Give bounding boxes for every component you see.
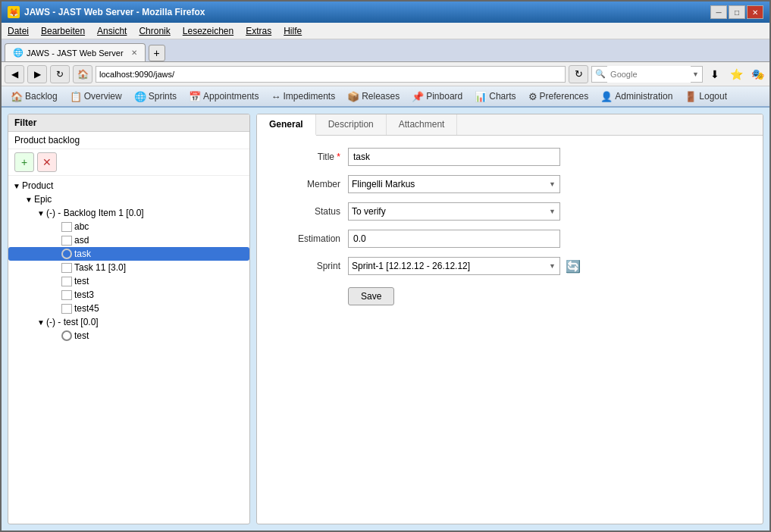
sprint-refresh-button[interactable]: 🔄: [565, 258, 581, 274]
nav-administration-label: Administration: [615, 91, 672, 102]
addons-button[interactable]: 🎭: [748, 65, 766, 83]
tree-node-test3[interactable]: test3: [8, 288, 249, 302]
nav-pinboard[interactable]: 📌 Pinboard: [406, 89, 469, 105]
member-select[interactable]: Flingelli Markus: [348, 175, 560, 193]
testchild-label: test: [74, 330, 89, 341]
tree-node-asd[interactable]: asd: [8, 233, 249, 247]
tab-general[interactable]: General: [257, 114, 316, 136]
administration-icon: 👤: [600, 91, 613, 102]
status-select[interactable]: To verify: [348, 202, 560, 221]
search-input[interactable]: [607, 66, 691, 83]
nav-preferences[interactable]: ⚙ Preferences: [522, 89, 595, 105]
menu-hilfe[interactable]: Hilfe: [281, 25, 305, 37]
sprints-icon: 🌐: [134, 91, 146, 102]
backlog2-toggle-icon[interactable]: ▼: [36, 318, 46, 327]
sprint-controls: Sprint-1 [12.12.12 - 26.12.12] 🔄: [348, 257, 581, 275]
new-tab-button[interactable]: +: [149, 45, 165, 61]
menu-ansicht[interactable]: Ansicht: [94, 25, 130, 37]
back-button[interactable]: ◀: [5, 65, 24, 83]
testchild-search-icon: [61, 330, 72, 341]
minimize-button[interactable]: ─: [710, 5, 727, 19]
nav-administration[interactable]: 👤 Administration: [594, 89, 679, 105]
tree-node-backlog1[interactable]: ▼ (-) - Backlog Item 1 [0.0]: [8, 206, 249, 220]
form-row-member: Member Flingelli Markus: [272, 175, 747, 193]
backlog1-label: (-) - Backlog Item 1 [0.0]: [46, 208, 144, 218]
reload-button[interactable]: ↻: [50, 65, 70, 83]
sprint-select[interactable]: Sprint-1 [12.12.12 - 26.12.12]: [348, 257, 560, 275]
nav-appointments[interactable]: 📅 Appointments: [183, 89, 265, 105]
task-label: task: [74, 249, 91, 259]
logout-icon: 🚪: [685, 91, 697, 102]
tab-title: JAWS - JAST Web Server: [27, 49, 124, 58]
left-panel: Filter Product backlog + ✕ ▼ Product ▼ E…: [8, 114, 250, 524]
tree-node-epic[interactable]: ▼ Epic: [8, 192, 249, 206]
preferences-icon: ⚙: [528, 91, 538, 102]
search-dropdown-icon[interactable]: ▼: [692, 70, 699, 78]
tree-node-task11[interactable]: Task 11 [3.0]: [8, 261, 249, 274]
nav-appointments-label: Appointments: [203, 91, 259, 102]
tree-node-backlog2[interactable]: ▼ (-) - test [0.0]: [8, 315, 249, 329]
window-controls: ─ □ ✕: [710, 5, 763, 19]
window-title: JAWS - JAST Web Server - Mozilla Firefox: [24, 7, 205, 17]
refresh-address-button[interactable]: ↻: [569, 65, 588, 83]
test45-item-icon: [61, 304, 72, 314]
nav-charts[interactable]: 📊 Charts: [469, 89, 522, 105]
overview-icon: 📋: [70, 91, 82, 102]
backlog-label: Product backlog: [14, 135, 80, 146]
sprint-label: Sprint: [272, 261, 348, 271]
tab-description[interactable]: Description: [316, 114, 387, 135]
nav-impediments[interactable]: ↔ Impediments: [265, 89, 341, 105]
nav-pinboard-label: Pinboard: [426, 91, 462, 102]
tab-favicon: 🌐: [13, 48, 24, 58]
tree-node-test45[interactable]: test45: [8, 302, 249, 315]
backlog2-label: (-) - test [0.0]: [46, 317, 99, 327]
home-button[interactable]: 🏠: [73, 65, 92, 83]
title-input[interactable]: [348, 148, 560, 166]
browser-tab-bar: 🌐 JAWS - JAST Web Server ✕ +: [2, 39, 769, 62]
tree-node-abc[interactable]: abc: [8, 220, 249, 233]
close-button[interactable]: ✕: [747, 5, 763, 19]
forward-button[interactable]: ▶: [27, 65, 47, 83]
tab-attachment[interactable]: Attachment: [387, 114, 458, 135]
asd-item-icon: [61, 236, 72, 246]
filter-header: Filter: [8, 114, 249, 132]
right-panel: General Description Attachment Title *: [256, 114, 763, 524]
save-button[interactable]: Save: [348, 287, 394, 305]
nav-logout[interactable]: 🚪 Logout: [679, 89, 733, 105]
menu-bearbeiten[interactable]: Bearbeiten: [38, 25, 88, 37]
tree-node-product[interactable]: ▼ Product: [8, 179, 249, 192]
epic-toggle-icon[interactable]: ▼: [24, 196, 34, 204]
form-row-save: Save: [272, 284, 747, 305]
form-area: Title * Member Flingelli Markus: [257, 136, 763, 327]
status-select-wrapper: To verify: [348, 202, 560, 221]
browser-window: 🦊 JAWS - JAST Web Server - Mozilla Firef…: [0, 0, 771, 532]
test45-label: test45: [74, 303, 99, 314]
product-toggle-icon[interactable]: ▼: [11, 182, 22, 190]
bookmarks-button[interactable]: ⭐: [727, 65, 745, 83]
nav-overview[interactable]: 📋 Overview: [64, 89, 128, 105]
menu-datei[interactable]: Datei: [5, 25, 32, 37]
nav-backlog[interactable]: 🏠 Backlog: [5, 89, 64, 105]
nav-releases[interactable]: 📦 Releases: [341, 89, 406, 105]
add-item-button[interactable]: +: [14, 152, 34, 172]
search-engine-icon: 🔍: [595, 69, 606, 79]
nav-sprints[interactable]: 🌐 Sprints: [128, 89, 183, 105]
estimation-label: Estimation: [272, 233, 348, 244]
remove-item-button[interactable]: ✕: [37, 152, 57, 172]
tree-node-test-task[interactable]: test: [8, 274, 249, 288]
menu-chronik[interactable]: Chronik: [136, 25, 173, 37]
estimation-input[interactable]: [348, 230, 560, 248]
menu-extras[interactable]: Extras: [243, 25, 274, 37]
address-bar[interactable]: [96, 66, 566, 83]
tree-node-test-child[interactable]: test: [8, 329, 249, 343]
maximize-button[interactable]: □: [729, 5, 745, 19]
backlog1-toggle-icon[interactable]: ▼: [36, 209, 46, 217]
test3-item-icon: [61, 290, 72, 300]
menu-lesezeichen[interactable]: Lesezeichen: [180, 25, 237, 37]
tree-node-task[interactable]: task: [8, 247, 249, 261]
download-button[interactable]: ⬇: [706, 65, 724, 83]
browser-tab-active[interactable]: 🌐 JAWS - JAST Web Server ✕: [5, 43, 146, 61]
tab-close-icon[interactable]: ✕: [131, 49, 137, 57]
form-row-estimation: Estimation: [272, 230, 747, 248]
appointments-icon: 📅: [189, 91, 201, 102]
